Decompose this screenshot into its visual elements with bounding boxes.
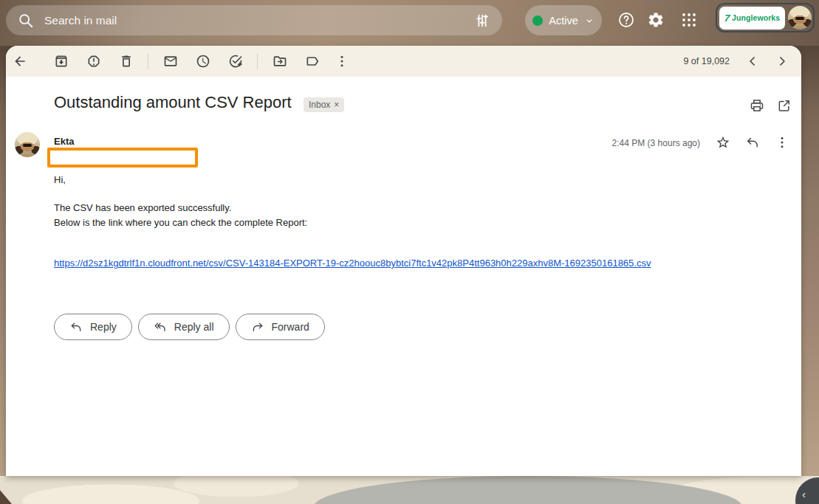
back-icon[interactable] [13,54,27,69]
older-email-icon[interactable] [775,54,789,69]
sender-avatar[interactable] [15,132,40,157]
status-chip[interactable]: Active [525,5,602,35]
account-switcher[interactable]: 7 Jungleworks [716,3,815,32]
search-filter-icon[interactable] [474,13,490,29]
email-greeting: Hi, [54,173,66,187]
forward-button[interactable]: Forward [236,314,325,340]
workspace-brand-label: Jungleworks [732,13,780,22]
chevron-down-icon [584,15,594,26]
move-to-icon[interactable] [273,54,287,69]
search-input[interactable] [44,14,464,27]
remove-label-icon[interactable]: × [334,100,339,110]
toolbar-divider [257,53,258,69]
email-timestamp: 2:44 PM (3 hours ago) [612,138,700,148]
reply-all-button[interactable]: Reply all [138,314,230,340]
email-counter: 9 of 19,092 [683,56,730,66]
report-spam-icon[interactable] [86,54,101,69]
status-label: Active [549,15,578,27]
print-icon[interactable] [750,98,764,113]
apps-grid-icon[interactable] [680,11,698,29]
user-avatar[interactable] [788,6,812,30]
delete-icon[interactable] [119,54,134,69]
sender-name[interactable]: Ekta [54,136,74,147]
reply-button[interactable]: Reply [54,314,132,340]
email-body-line1: The CSV has been exported successfully. [54,201,231,215]
workspace-brand[interactable]: 7 Jungleworks [719,7,785,30]
email-actions: Reply Reply all Forward [54,314,325,340]
csv-report-link[interactable]: https://d2sz1kgdtrlf1n.cloudfront.net/cs… [54,258,651,269]
email-view-card: 9 of 19,092 Outstanding amount CSV Repor… [6,46,801,476]
inbox-label-text: Inbox [309,100,330,110]
open-in-new-icon[interactable] [777,98,792,113]
add-to-tasks-icon[interactable] [228,54,243,69]
reply-all-arrow-icon [154,320,167,334]
reply-all-button-label: Reply all [174,321,214,333]
reply-button-label: Reply [90,321,117,333]
forward-button-label: Forward [272,321,309,333]
snooze-icon[interactable] [196,54,210,69]
chevron-left-icon: ‹ [802,488,806,500]
help-icon[interactable] [617,11,635,29]
status-active-dot [532,15,543,26]
search-icon [18,13,34,29]
inbox-label-chip[interactable]: Inbox × [304,97,344,112]
labels-icon[interactable] [305,54,320,69]
toolbar-divider [148,53,148,69]
redaction-highlight-box [47,148,198,168]
archive-icon[interactable] [54,54,69,69]
forward-arrow-icon [251,320,264,334]
gmail-app-window: Active 7 Jungleworks [0,0,819,504]
reply-arrow-icon [69,320,83,334]
message-more-icon[interactable] [775,135,789,150]
more-options-icon[interactable] [335,54,349,69]
mark-unread-icon[interactable] [163,54,178,69]
email-subject: Outstanding amount CSV Report [54,93,292,112]
email-toolbar: 9 of 19,092 [6,46,801,77]
settings-gear-icon[interactable] [647,11,665,29]
star-icon[interactable] [716,135,730,150]
newer-email-icon[interactable] [745,54,760,69]
email-body-line2: Below is the link where you can check th… [54,215,307,229]
reply-icon[interactable] [745,135,760,150]
jungleworks-logo-icon: 7 [724,13,730,24]
search-bar[interactable] [6,5,502,35]
